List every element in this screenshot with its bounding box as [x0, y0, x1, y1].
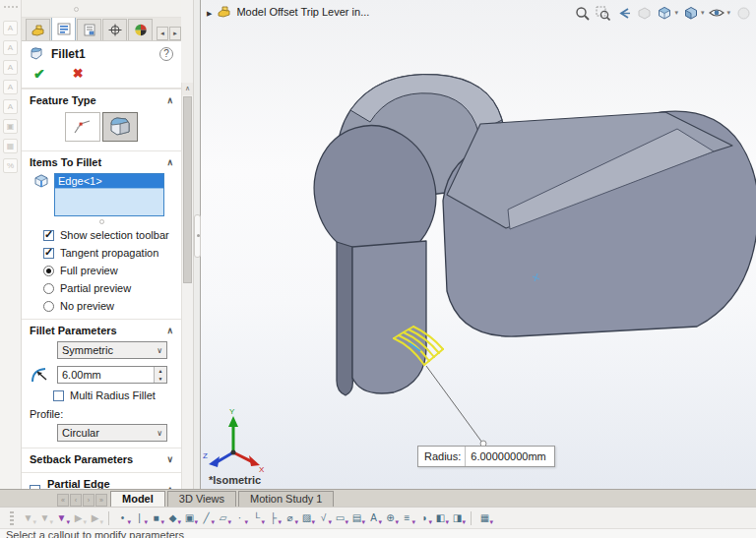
panel-collapse-dot[interactable]	[74, 7, 79, 12]
edit-appearance-icon[interactable]	[734, 4, 752, 22]
filter-sketch-points-icon[interactable]: ·	[231, 510, 248, 526]
filter-all-icon[interactable]: ▼	[53, 510, 70, 526]
radius-callout-value[interactable]: 6.00000000mm	[465, 447, 553, 466]
tree-expand-icon[interactable]	[207, 6, 212, 18]
radius-callout[interactable]: Radius: 6.00000000mm	[417, 446, 555, 467]
symmetry-dropdown[interactable]: Symmetric	[57, 341, 167, 359]
annotation-tool-2-icon[interactable]: A	[3, 40, 18, 55]
filter-planes-icon[interactable]: ▱	[215, 510, 231, 526]
tab-nav-first-button[interactable]: «	[57, 494, 69, 507]
radio-icon[interactable]	[43, 301, 54, 312]
zoom-to-area-icon[interactable]	[594, 4, 611, 22]
hide-show-items-icon[interactable]	[708, 4, 725, 22]
scrollbar-thumb[interactable]	[183, 96, 192, 283]
section-setback-parameters[interactable]: Setback Parameters	[22, 448, 181, 472]
spin-up-icon[interactable]	[155, 367, 166, 375]
filter-toggle-icon[interactable]: ▼	[20, 510, 36, 526]
annotation-tool-8-icon[interactable]: %	[3, 158, 18, 173]
chevron-down-icon[interactable]	[701, 9, 705, 17]
manual-fillet-button[interactable]	[102, 112, 138, 142]
section-partial-edge-parameters[interactable]: Partial Edge Parameters	[22, 472, 181, 489]
scroll-up-icon[interactable]: ∧	[182, 83, 193, 95]
magnified-selection-icon[interactable]: ▶	[87, 510, 103, 526]
previous-view-icon[interactable]	[614, 4, 632, 22]
help-icon[interactable]: ?	[159, 47, 173, 61]
show-selection-toolbar-option[interactable]: Show selection toolbar	[22, 226, 181, 244]
section-feature-type[interactable]: Feature Type	[22, 89, 181, 109]
filter-sketch-segments-icon[interactable]: └	[248, 510, 265, 526]
filter-dimensions-icon[interactable]: ⌀	[282, 510, 298, 526]
spin-down-icon[interactable]	[155, 375, 166, 383]
checkbox-checked-icon[interactable]	[43, 230, 54, 241]
splitter-handle[interactable]	[194, 214, 201, 258]
checkbox-icon[interactable]	[53, 390, 64, 401]
tab-scroll-right-button[interactable]: ►	[169, 27, 181, 40]
tab-nav-last-button[interactable]: »	[95, 494, 107, 507]
radius-input[interactable]: 6.00mm	[57, 366, 167, 384]
tab-property-manager[interactable]	[51, 17, 76, 40]
items-to-fillet-listbox[interactable]: Edge<1>	[54, 173, 164, 216]
feature-tree-flyout[interactable]: Model Offset Trip Lever in...	[207, 5, 369, 18]
display-style-icon[interactable]	[682, 4, 700, 22]
tangent-propagation-option[interactable]: Tangent propagation	[22, 244, 181, 262]
filter-surface-finish-icon[interactable]: √	[315, 510, 332, 526]
view-orientation-icon[interactable]	[656, 4, 673, 22]
chevron-down-icon[interactable]	[674, 9, 678, 17]
listbox-resize-handle[interactable]	[99, 219, 104, 224]
clear-all-filters-icon[interactable]: ▼	[36, 510, 53, 526]
ok-button[interactable]: ✔	[33, 67, 45, 81]
filter-faces-icon[interactable]: ■	[148, 510, 164, 526]
selected-edge-item[interactable]: Edge<1>	[55, 174, 163, 189]
panel-splitter[interactable]	[193, 0, 201, 489]
tab-display-manager[interactable]	[128, 19, 153, 40]
graphics-area[interactable]: Y X Z Model Offset Trip Lever in... Radi…	[201, 0, 756, 489]
filter-balloons-icon[interactable]: A	[365, 510, 382, 526]
tab-3d-views[interactable]: 3D Views	[167, 491, 236, 507]
tab-configuration-manager[interactable]	[77, 19, 101, 40]
select-tool-icon[interactable]: ▶	[70, 510, 87, 526]
annotation-tool-7-icon[interactable]: ▦	[3, 139, 18, 153]
filter-gtol-icon[interactable]: ⊕	[382, 510, 399, 526]
filter-datums-icon[interactable]: ≡	[399, 510, 415, 526]
tab-feature-manager[interactable]	[26, 19, 50, 40]
profile-dropdown[interactable]: Circular	[57, 424, 167, 442]
tab-motion-study-1[interactable]: Motion Study 1	[238, 491, 334, 507]
filter-edges-icon[interactable]: |	[131, 510, 148, 526]
no-preview-option[interactable]: No preview	[22, 297, 181, 315]
filter-vertices-icon[interactable]: •	[114, 510, 131, 526]
filter-solid-bodies-icon[interactable]: ▣	[181, 510, 198, 526]
tab-nav-next-button[interactable]: ›	[83, 494, 94, 507]
partial-preview-option[interactable]: Partial preview	[22, 279, 181, 297]
section-items-to-fillet[interactable]: Items To Fillet	[22, 150, 181, 171]
annotation-tool-4-icon[interactable]: A	[3, 80, 18, 94]
section-fillet-parameters[interactable]: Fillet Parameters	[22, 319, 181, 339]
filter-axes-icon[interactable]: ╱	[198, 510, 215, 526]
filter-selected-icon[interactable]: ▦	[476, 510, 493, 526]
filter-blocks-icon[interactable]: ◑	[415, 510, 432, 526]
filletxpert-button[interactable]	[65, 112, 100, 142]
toolbar-grip[interactable]	[10, 511, 14, 525]
cancel-button[interactable]: ✖	[73, 67, 84, 81]
checkbox-checked-icon[interactable]	[43, 248, 54, 259]
tab-nav-prev-button[interactable]: ‹	[70, 494, 82, 507]
annotation-tool-5-icon[interactable]: A	[3, 99, 18, 114]
multi-radius-option[interactable]: Multi Radius Fillet	[22, 387, 181, 404]
annotation-tool-3-icon[interactable]: A	[3, 60, 18, 75]
filter-weld-symbols-icon[interactable]: ▭	[332, 510, 348, 526]
filter-connection-points-icon[interactable]: ◧	[432, 510, 449, 526]
toolbar-grip[interactable]	[2, 2, 19, 16]
filter-hatch-icon[interactable]: ▨	[298, 510, 315, 526]
radius-value[interactable]: 6.00mm	[58, 367, 154, 383]
chevron-down-icon[interactable]	[726, 9, 730, 17]
model-canvas[interactable]: Y X Z	[201, 0, 756, 489]
full-preview-option[interactable]: Full preview	[22, 262, 181, 279]
tab-model[interactable]: Model	[110, 491, 165, 507]
section-view-icon[interactable]	[635, 4, 653, 22]
filter-notes-icon[interactable]: ▤	[348, 510, 365, 526]
filter-midpoints-icon[interactable]: ├	[265, 510, 282, 526]
radio-selected-icon[interactable]	[43, 266, 54, 276]
tab-dimxpert-manager[interactable]	[102, 19, 127, 40]
filter-surface-bodies-icon[interactable]: ◆	[164, 510, 181, 526]
zoom-to-fit-icon[interactable]	[573, 4, 591, 22]
tab-scroll-left-button[interactable]: ◄	[157, 27, 168, 40]
